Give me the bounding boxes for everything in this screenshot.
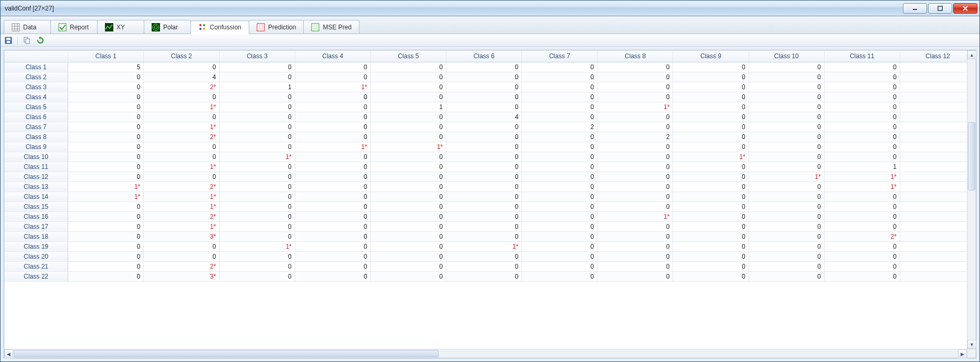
cell[interactable]: 0 [900, 191, 975, 201]
tab-data[interactable]: Data [4, 20, 51, 34]
cell[interactable]: 0 [68, 112, 144, 122]
cell[interactable]: 0 [446, 271, 522, 281]
cell[interactable]: 0 [749, 92, 824, 102]
cell[interactable]: 1* [446, 241, 522, 251]
cell[interactable]: 0 [673, 162, 749, 172]
cell[interactable]: 0 [673, 142, 749, 152]
cell[interactable]: 0 [522, 132, 598, 142]
cell[interactable]: 0 [522, 112, 598, 122]
cell[interactable]: 1* [295, 82, 370, 92]
cell[interactable]: 0 [446, 221, 522, 231]
cell[interactable]: 0 [68, 92, 144, 102]
cell[interactable]: 0 [749, 241, 824, 251]
cell[interactable]: 0 [900, 82, 975, 92]
cell[interactable]: 0 [749, 211, 824, 221]
cell[interactable]: 0 [295, 152, 370, 162]
cell[interactable]: 0 [370, 82, 446, 92]
row-header[interactable]: Class 16 [4, 211, 68, 221]
cell[interactable]: 0 [900, 102, 975, 112]
cell[interactable]: 0 [900, 231, 975, 241]
cell[interactable]: 2 [522, 122, 598, 132]
cell[interactable]: 0 [749, 72, 824, 82]
cell[interactable]: 0 [522, 72, 598, 82]
cell[interactable]: 0 [749, 231, 824, 241]
cell[interactable]: 0 [598, 221, 673, 231]
cell[interactable]: 0 [598, 162, 673, 172]
cell[interactable]: 0 [598, 241, 673, 251]
save-button[interactable] [4, 36, 13, 45]
column-header[interactable]: Class 4 [295, 50, 370, 62]
row-header[interactable]: Class 19 [4, 241, 68, 251]
cell[interactable]: 0 [68, 172, 144, 182]
cell[interactable]: 0 [673, 112, 749, 122]
cell[interactable]: 0 [749, 201, 824, 211]
row-header[interactable]: Class 8 [4, 132, 68, 142]
cell[interactable]: 0 [824, 102, 900, 112]
cell[interactable]: 0 [219, 132, 295, 142]
cell[interactable]: 1* [68, 191, 144, 201]
cell[interactable]: 0 [144, 62, 219, 72]
cell[interactable]: 2* [824, 231, 900, 241]
cell[interactable]: 0 [598, 271, 673, 281]
v-scroll-track[interactable] [967, 59, 976, 340]
cell[interactable]: 0 [446, 132, 522, 142]
cell[interactable]: 0 [824, 241, 900, 251]
maximize-button[interactable] [928, 3, 952, 14]
cell[interactable]: 0 [219, 92, 295, 102]
cell[interactable]: 0 [219, 162, 295, 172]
cell[interactable]: 0 [446, 261, 522, 271]
cell[interactable]: 0 [749, 271, 824, 281]
cell[interactable]: 0 [598, 72, 673, 82]
refresh-button[interactable] [36, 36, 45, 45]
cell[interactable]: 0 [598, 191, 673, 201]
close-button[interactable] [953, 3, 977, 14]
row-header[interactable]: Class 21 [4, 261, 68, 271]
column-header[interactable]: Class 10 [749, 50, 824, 62]
cell[interactable]: 1* [749, 172, 824, 182]
cell[interactable]: 0 [295, 132, 370, 142]
cell[interactable]: 2* [144, 211, 219, 221]
column-header[interactable]: Class 12 [900, 50, 975, 62]
cell[interactable]: 0 [900, 152, 975, 162]
cell[interactable]: 0 [144, 112, 219, 122]
cell[interactable]: 0 [900, 112, 975, 122]
cell[interactable]: 0 [673, 201, 749, 211]
cell[interactable]: 0 [522, 201, 598, 211]
tab-xy[interactable]: XY [97, 20, 144, 34]
tab-report[interactable]: Report [50, 20, 98, 34]
cell[interactable]: 0 [749, 122, 824, 132]
cell[interactable]: 0 [749, 182, 824, 191]
cell[interactable]: 0 [598, 142, 673, 152]
row-header[interactable]: Class 6 [4, 112, 68, 122]
cell[interactable]: 0 [446, 142, 522, 152]
cell[interactable]: 0 [219, 251, 295, 261]
cell[interactable]: 0 [295, 211, 370, 221]
cell[interactable]: 0 [824, 112, 900, 122]
cell[interactable]: 0 [749, 261, 824, 271]
minimize-button[interactable] [903, 3, 927, 14]
cell[interactable]: 1* [219, 152, 295, 162]
cell[interactable]: 0 [673, 82, 749, 92]
cell[interactable]: 0 [295, 271, 370, 281]
cell[interactable]: 0 [68, 261, 144, 271]
cell[interactable]: 0 [219, 102, 295, 112]
cell[interactable]: 1* [598, 211, 673, 221]
row-header[interactable]: Class 2 [4, 72, 68, 82]
cell[interactable]: 0 [68, 82, 144, 92]
vertical-scrollbar[interactable]: ▲ ▼ [967, 50, 976, 349]
cell[interactable]: 0 [295, 251, 370, 261]
cell[interactable]: 0 [900, 172, 975, 182]
cell[interactable]: 1 [219, 82, 295, 92]
cell[interactable]: 0 [900, 201, 975, 211]
cell[interactable]: 0 [749, 142, 824, 152]
cell[interactable]: 0 [673, 132, 749, 142]
cell[interactable]: 0 [144, 172, 219, 182]
row-header[interactable]: Class 10 [4, 152, 68, 162]
cell[interactable]: 0 [673, 261, 749, 271]
cell[interactable]: 0 [219, 72, 295, 82]
cell[interactable]: 0 [824, 261, 900, 271]
row-header[interactable]: Class 15 [4, 201, 68, 211]
cell[interactable]: 0 [673, 211, 749, 221]
cell[interactable]: 0 [824, 62, 900, 72]
cell[interactable]: 3* [144, 231, 219, 241]
